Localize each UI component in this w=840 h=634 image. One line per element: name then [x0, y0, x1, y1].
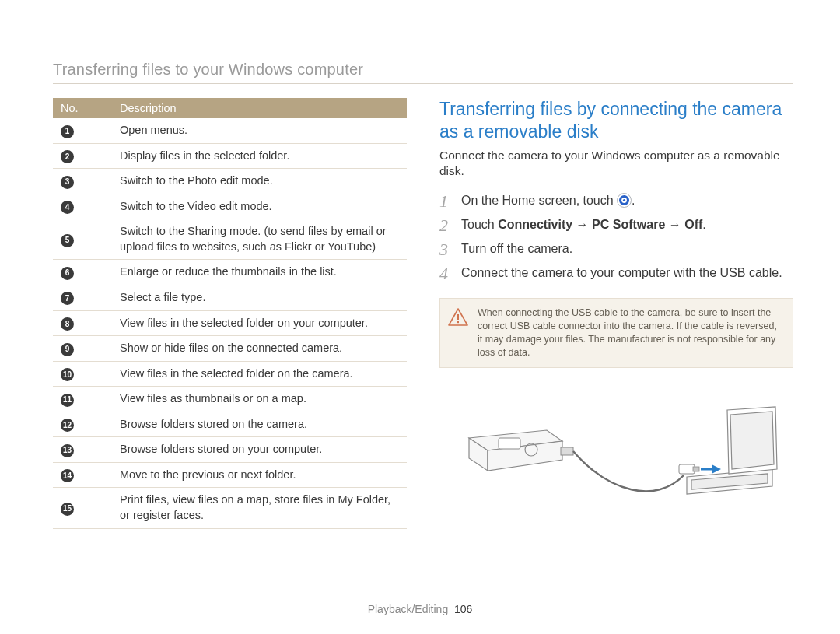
table-row: 13Browse folders stored on your computer…	[53, 437, 407, 463]
svg-rect-7	[499, 438, 520, 449]
table-row: 15Print files, view files on a map, stor…	[53, 488, 407, 528]
row-number-icon: 9	[61, 343, 74, 356]
step-3: 3 Turn off the camera.	[439, 240, 793, 258]
home-icon	[617, 193, 632, 208]
th-no: No.	[53, 98, 112, 118]
row-desc: Print files, view files on a map, store …	[112, 488, 407, 528]
step-number: 3	[439, 240, 453, 258]
warning-triangle-icon	[448, 306, 468, 359]
step-body: On the Home screen, touch .	[461, 192, 635, 210]
svg-rect-8	[561, 447, 573, 455]
step-list: 1 On the Home screen, touch .	[439, 192, 793, 282]
row-desc: Open menus.	[112, 118, 407, 143]
row-desc: Switch to the Photo edit mode.	[112, 169, 407, 194]
step-number: 4	[439, 264, 453, 282]
svg-rect-10	[693, 467, 699, 471]
table-row: 7Select a file type.	[53, 285, 407, 310]
step-number: 1	[439, 192, 453, 210]
svg-rect-9	[679, 464, 695, 474]
row-desc: View files as thumbnails or on a map.	[112, 387, 407, 412]
row-number-icon: 7	[61, 292, 74, 305]
two-column-layout: No. Description 1Open menus. 2Display fi…	[53, 98, 793, 529]
step-body: Connect the camera to your computer with…	[461, 264, 782, 282]
step1-prefix: On the Home screen, touch	[461, 194, 617, 207]
row-desc: Browse folders stored on your computer.	[112, 437, 407, 463]
caution-text: When connecting the USB cable to the cam…	[478, 306, 782, 359]
caution-box: When connecting the USB cable to the cam…	[439, 298, 793, 368]
step-number: 2	[439, 216, 453, 234]
row-number-icon: 3	[61, 176, 74, 189]
table-row: 5Switch to the Sharing mode. (to send fi…	[53, 219, 407, 260]
step2-bold: Connectivity → PC Software → Off	[498, 218, 702, 231]
svg-rect-4	[457, 314, 459, 320]
step-body: Touch Connectivity → PC Software → Off.	[461, 216, 706, 234]
table-row: 8View files in the selected folder on yo…	[53, 310, 407, 336]
description-table: No. Description 1Open menus. 2Display fi…	[53, 98, 407, 529]
row-number-icon: 5	[61, 234, 74, 247]
table-row: 10View files in the selected folder on t…	[53, 361, 407, 387]
step-body: Turn off the camera.	[461, 240, 572, 258]
row-number-icon: 12	[61, 419, 74, 432]
right-column: Transferring files by connecting the cam…	[439, 98, 793, 529]
row-desc: Switch to the Video edit mode.	[112, 194, 407, 219]
row-desc: View files in the selected folder on the…	[112, 361, 407, 387]
running-header: Transferring files to your Windows compu…	[53, 61, 793, 84]
row-number-icon: 6	[61, 267, 74, 280]
row-desc: Enlarge or reduce the thumbnails in the …	[112, 260, 407, 285]
table-row: 3Switch to the Photo edit mode.	[53, 169, 407, 194]
th-description: Description	[112, 98, 407, 118]
row-number-icon: 14	[61, 469, 74, 482]
table-row: 11View files as thumbnails or on a map.	[53, 387, 407, 412]
svg-point-3	[623, 199, 625, 201]
row-desc: Show or hide files on the connected came…	[112, 336, 407, 362]
connection-illustration	[439, 384, 793, 516]
svg-rect-5	[457, 321, 459, 323]
row-number-icon: 11	[61, 394, 74, 407]
section-intro: Connect the camera to your Windows compu…	[439, 148, 793, 180]
table-row: 2Display files in the selected folder.	[53, 143, 407, 169]
row-desc: Browse folders stored on the camera.	[112, 412, 407, 437]
row-number-icon: 13	[61, 444, 74, 457]
step1-suffix: .	[632, 194, 635, 207]
row-desc: Switch to the Sharing mode. (to send fil…	[112, 219, 407, 260]
row-number-icon: 8	[61, 317, 74, 331]
row-desc: Move to the previous or next folder.	[112, 462, 407, 488]
row-desc: Display files in the selected folder.	[112, 143, 407, 169]
row-number-icon: 1	[61, 125, 74, 138]
section-title: Transferring files by connecting the cam…	[439, 98, 793, 143]
table-row: 9Show or hide files on the connected cam…	[53, 336, 407, 362]
page-number: 106	[454, 603, 472, 615]
row-desc: Select a file type.	[112, 285, 407, 310]
step-4: 4 Connect the camera to your computer wi…	[439, 264, 793, 282]
row-number-icon: 2	[61, 150, 74, 163]
step2-prefix: Touch	[461, 218, 498, 231]
footer-section: Playback/Editing	[368, 603, 449, 615]
table-row: 12Browse folders stored on the camera.	[53, 412, 407, 437]
step-2: 2 Touch Connectivity → PC Software → Off…	[439, 216, 793, 234]
table-row: 1Open menus.	[53, 118, 407, 143]
page-footer: Playback/Editing 106	[0, 603, 840, 615]
step-1: 1 On the Home screen, touch .	[439, 192, 793, 210]
manual-page: Transferring files to your Windows compu…	[0, 0, 840, 634]
step2-suffix: .	[702, 218, 705, 231]
row-desc: View files in the selected folder on you…	[112, 310, 407, 336]
row-number-icon: 15	[61, 503, 74, 516]
table-row: 4Switch to the Video edit mode.	[53, 194, 407, 219]
table-row: 14Move to the previous or next folder.	[53, 462, 407, 488]
table-row: 6Enlarge or reduce the thumbnails in the…	[53, 260, 407, 285]
row-number-icon: 4	[61, 201, 74, 214]
row-number-icon: 10	[61, 368, 74, 381]
left-column: No. Description 1Open menus. 2Display fi…	[53, 98, 407, 529]
